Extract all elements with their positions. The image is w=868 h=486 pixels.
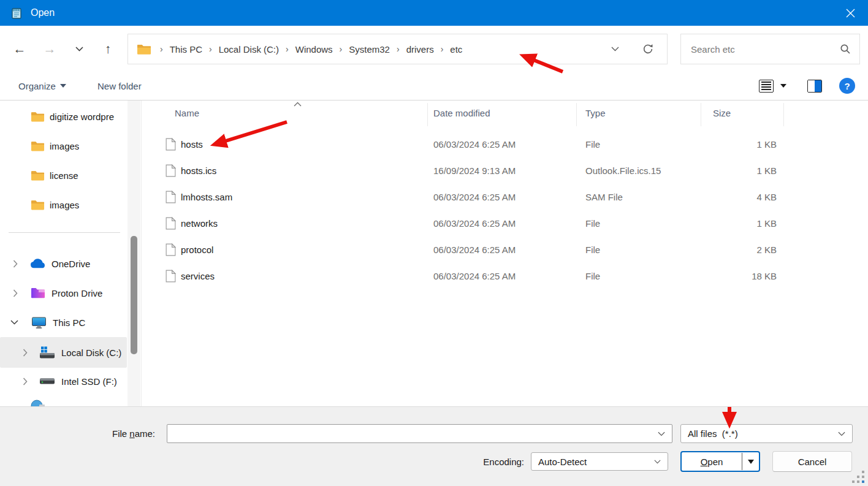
sidebar-item-label: This PC [53, 317, 85, 328]
sidebar-item-onedrive[interactable]: OneDrive [0, 251, 127, 276]
sidebar-item-images-2[interactable]: images [0, 192, 127, 218]
preview-pane-button[interactable] [807, 72, 822, 100]
encoding-dropdown[interactable]: Auto-Detect [531, 452, 668, 471]
file-row-protocol[interactable]: protocol 06/03/2024 6:25 AM File 2 KB [142, 238, 868, 264]
column-header-size[interactable]: Size [713, 108, 731, 118]
folder-icon [31, 111, 45, 123]
file-row-lmhosts-sam[interactable]: lmhosts.sam 06/03/2024 6:25 AM SAM File … [142, 185, 868, 211]
breadcrumb-separator: › [441, 44, 444, 54]
sort-ascending-icon [294, 102, 302, 107]
column-divider[interactable] [427, 103, 428, 126]
organize-caret-icon [60, 84, 66, 88]
cancel-label: Cancel [798, 457, 827, 467]
breadcrumb-windows[interactable]: Windows [295, 43, 333, 56]
file-name: protocol [181, 245, 213, 255]
sidebar-item-local-disk-c[interactable]: Local Disk (C:) [0, 337, 127, 368]
breadcrumb-separator: › [286, 44, 289, 54]
sidebar-item-digitize-wordpress[interactable]: digitize wordpre [0, 104, 127, 129]
sidebar-item-label: OneDrive [51, 259, 90, 269]
chevron-right-icon[interactable] [11, 259, 20, 268]
sidebar-item-label: Proton Drive [51, 288, 102, 298]
dialog-footer: File name: All files (*.*) Encoding: Aut… [0, 406, 868, 486]
column-divider[interactable] [576, 103, 577, 126]
file-date: 06/03/2024 6:25 AM [433, 139, 516, 150]
sidebar-item-license[interactable]: license [0, 162, 127, 188]
help-icon: ? [839, 78, 855, 94]
sidebar-scrollbar-thumb[interactable] [131, 236, 137, 354]
file-row-hosts-ics[interactable]: hosts.ics 16/09/2024 9:13 AM Outlook.Fil… [142, 159, 868, 185]
file-date: 06/03/2024 6:25 AM [433, 192, 516, 202]
sidebar-item-proton-drive[interactable]: Proton Drive [0, 280, 127, 306]
up-button[interactable]: ↑ [99, 39, 117, 59]
windows-drive-icon [39, 346, 55, 359]
file-name-dropdown-chevron-icon[interactable] [658, 431, 672, 436]
breadcrumb-this-pc[interactable]: This PC [169, 43, 203, 56]
sidebar-item-partially-visible[interactable] [0, 396, 127, 406]
search-icon[interactable] [840, 44, 851, 55]
file-row-networks[interactable]: networks 06/03/2024 6:25 AM File 1 KB [142, 211, 868, 238]
column-divider[interactable] [783, 103, 784, 126]
column-header-name[interactable]: Name [175, 108, 199, 118]
file-name: lmhosts.sam [181, 192, 232, 202]
address-dropdown-chevron-icon[interactable] [611, 47, 619, 51]
open-split-button[interactable]: Open [680, 451, 760, 472]
close-button[interactable] [832, 0, 868, 26]
back-button[interactable]: ← [10, 39, 29, 59]
this-pc-icon [31, 316, 47, 329]
file-icon [166, 243, 176, 256]
forward-button[interactable]: → [40, 39, 59, 59]
file-row-hosts[interactable]: hosts 06/03/2024 6:25 AM File 1 KB [142, 132, 868, 159]
sidebar-item-intel-ssd-f[interactable]: Intel SSD (F:) [0, 368, 127, 394]
chevron-right-icon[interactable] [21, 348, 29, 357]
recent-locations-chevron-icon[interactable] [70, 39, 88, 59]
file-row-services[interactable]: services 06/03/2024 6:25 AM File 18 KB [142, 264, 868, 290]
search-box[interactable] [680, 34, 860, 64]
chevron-right-icon[interactable] [11, 289, 20, 297]
open-dialog: Open ← → ↑ › This PC › Local Disk (C:) [0, 0, 868, 486]
breadcrumb-etc[interactable]: etc [449, 43, 463, 56]
refresh-icon[interactable] [642, 44, 653, 55]
help-button[interactable]: ? [839, 72, 855, 100]
search-input[interactable] [691, 44, 840, 55]
onedrive-icon [29, 258, 47, 269]
column-header-date-modified[interactable]: Date modified [433, 108, 490, 118]
resize-grip[interactable] [852, 471, 864, 483]
file-name-field[interactable] [167, 424, 672, 443]
chevron-right-icon[interactable] [21, 377, 29, 385]
file-icon [166, 217, 176, 230]
file-size: 1 KB [669, 139, 777, 150]
folder-icon [31, 140, 45, 152]
column-divider[interactable] [701, 103, 701, 126]
open-dropdown-arrow[interactable] [742, 452, 759, 471]
sidebar-item-label: Intel SSD (F:) [61, 376, 117, 387]
address-bar[interactable]: › This PC › Local Disk (C:) › Windows › … [128, 34, 668, 64]
open-button[interactable]: Open [682, 452, 742, 471]
file-type-dropdown[interactable]: All files (*.*) [680, 424, 853, 443]
file-type: File [585, 245, 600, 255]
file-name-input[interactable] [167, 425, 658, 442]
dialog-body: digitize wordpre images license images [0, 101, 868, 406]
organize-button[interactable]: Organize [18, 72, 66, 100]
chevron-down-icon[interactable] [10, 318, 18, 327]
folder-icon [137, 44, 151, 55]
breadcrumb-drivers[interactable]: drivers [406, 43, 435, 56]
file-name: hosts.ics [181, 165, 216, 176]
column-header-type[interactable]: Type [585, 108, 606, 118]
file-type: SAM File [585, 192, 623, 202]
sidebar-item-images[interactable]: images [0, 133, 127, 159]
sidebar-item-this-pc[interactable]: This PC [0, 309, 127, 335]
file-type: File [585, 271, 600, 281]
sidebar-scrollbar[interactable] [128, 101, 140, 406]
cancel-button[interactable]: Cancel [772, 451, 852, 472]
file-list: Name Date modified Type Size hosts 06/03… [142, 101, 868, 406]
change-view-button[interactable] [759, 72, 774, 100]
new-folder-button[interactable]: New folder [97, 72, 142, 100]
sidebar-item-label: images [50, 141, 79, 151]
file-icon [166, 191, 176, 203]
sidebar-item-label: digitize wordpre [50, 112, 127, 122]
view-options-caret[interactable] [780, 72, 786, 100]
file-date: 06/03/2024 6:25 AM [433, 245, 516, 255]
breadcrumb-system32[interactable]: System32 [348, 43, 390, 56]
file-type: File [585, 139, 600, 150]
breadcrumb-local-disk-c[interactable]: Local Disk (C:) [218, 43, 280, 56]
